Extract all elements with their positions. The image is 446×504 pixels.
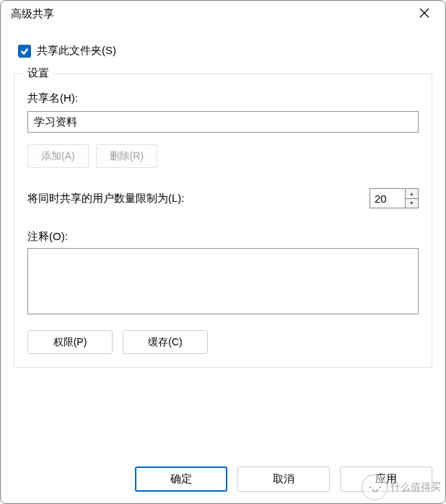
share-name-input[interactable] xyxy=(27,111,419,133)
share-folder-row: 共享此文件夹(S) xyxy=(18,44,432,58)
titlebar: 高级共享 xyxy=(1,1,445,27)
share-name-label: 共享名(H): xyxy=(27,92,419,105)
dialog-content: 共享此文件夹(S) 设置 共享名(H): 添加(A) 删除(R) 将同时共享的用… xyxy=(1,27,445,368)
spinner-down-icon[interactable]: ▼ xyxy=(406,199,418,208)
user-limit-input[interactable] xyxy=(370,189,405,208)
remove-button[interactable]: 删除(R) xyxy=(96,144,157,168)
cache-button[interactable]: 缓存(C) xyxy=(123,330,208,354)
spinner-buttons: ▲ ▼ xyxy=(405,189,418,208)
comment-label: 注释(O): xyxy=(27,230,419,244)
add-remove-row: 添加(A) 删除(R) xyxy=(27,144,419,168)
ok-button[interactable]: 确定 xyxy=(135,467,227,492)
watermark-text: 什么值得买 xyxy=(390,481,441,494)
user-limit-row: 将同时共享的用户数量限制为(L): ▲ ▼ xyxy=(27,188,419,208)
watermark: ･ᴗ･ 什么值得买 xyxy=(362,474,441,500)
cancel-button[interactable]: 取消 xyxy=(237,467,330,492)
permissions-button[interactable]: 权限(P) xyxy=(27,330,113,354)
share-folder-checkbox[interactable] xyxy=(18,45,31,58)
spinner-up-icon[interactable]: ▲ xyxy=(406,189,418,199)
settings-legend: 设置 xyxy=(23,66,53,80)
share-folder-label: 共享此文件夹(S) xyxy=(37,44,116,58)
window-title: 高级共享 xyxy=(11,7,54,21)
add-button[interactable]: 添加(A) xyxy=(27,144,89,168)
user-limit-spinner: ▲ ▼ xyxy=(370,188,419,208)
comment-textarea[interactable] xyxy=(27,248,419,314)
user-limit-label: 将同时共享的用户数量限制为(L): xyxy=(27,192,185,205)
settings-fieldset: 设置 共享名(H): 添加(A) 删除(R) 将同时共享的用户数量限制为(L):… xyxy=(14,74,432,368)
watermark-logo-icon: ･ᴗ･ xyxy=(362,474,388,500)
advanced-sharing-dialog: 高级共享 共享此文件夹(S) 设置 共享名(H): 添加(A) 删除(R) 将同… xyxy=(0,0,446,504)
permissions-row: 权限(P) 缓存(C) xyxy=(27,330,419,354)
close-icon[interactable] xyxy=(414,4,435,23)
